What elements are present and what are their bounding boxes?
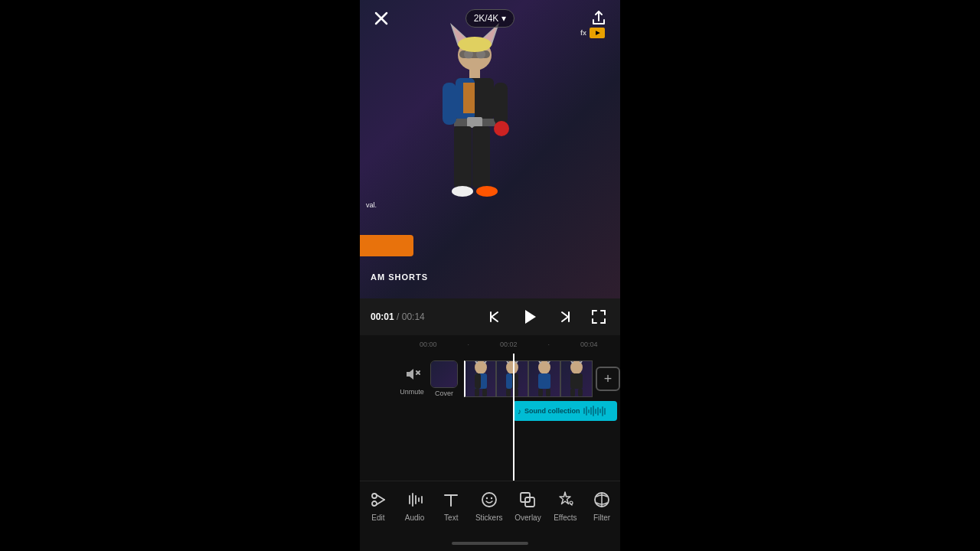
- svg-rect-14: [467, 117, 482, 128]
- sound-strip-label: Sound collection: [524, 407, 580, 415]
- clip-3-bg: [529, 361, 560, 396]
- clip-3[interactable]: [528, 360, 560, 397]
- sound-track-row: ♪ Sound collection: [360, 401, 620, 424]
- clip-2-bg: [497, 361, 528, 396]
- svg-point-21: [494, 121, 509, 136]
- clip-2-char: [496, 360, 528, 396]
- audio-icon-svg: [406, 491, 424, 509]
- add-clip-button[interactable]: +: [596, 367, 620, 391]
- cover-icon-wrapper: [430, 360, 458, 388]
- clip-4-char: [560, 360, 593, 396]
- clip-4[interactable]: [560, 360, 593, 397]
- toolbar-stickers-label: Stickers: [475, 514, 503, 522]
- toolbar-filter-button[interactable]: Filter: [585, 487, 619, 523]
- toolbar-edit-button[interactable]: Edit: [361, 487, 395, 523]
- resolution-label: 2K/4K: [474, 13, 499, 24]
- clip-1-char: [465, 360, 497, 396]
- fullscreen-icon: [591, 309, 606, 324]
- clip-1[interactable]: [464, 360, 496, 397]
- toolbar-text-label: Text: [444, 514, 458, 522]
- svg-rect-53: [570, 389, 575, 396]
- toolbar-audio-label: Audio: [405, 514, 425, 522]
- toolbar-overlay-button[interactable]: Overlay: [510, 487, 545, 523]
- cover-label: Cover: [435, 390, 453, 397]
- wave-bar: [602, 406, 603, 416]
- wave-bar: [583, 408, 585, 414]
- overlay-icon: [517, 489, 538, 510]
- svg-rect-33: [475, 373, 481, 389]
- orange-bar-text: val.: [366, 201, 377, 209]
- svg-marker-25: [525, 310, 536, 324]
- fullscreen-button[interactable]: [588, 306, 609, 328]
- resolution-button[interactable]: 2K/4K ▾: [466, 9, 515, 28]
- svg-rect-35: [482, 389, 487, 396]
- top-bar: 2K/4K ▾: [360, 0, 620, 37]
- speaker-muted-icon: [403, 366, 420, 383]
- video-track-row: Unmute Cover: [360, 360, 620, 398]
- toolbar-stickers-button[interactable]: Stickers: [471, 487, 508, 523]
- wave-bar: [597, 407, 599, 416]
- character-illustration: [429, 23, 551, 268]
- svg-rect-12: [463, 83, 475, 113]
- stickers-icon: [479, 489, 500, 510]
- toolbar-effects-button[interactable]: Effects: [548, 487, 582, 523]
- svg-point-61: [482, 493, 496, 507]
- export-icon: [590, 10, 607, 27]
- resolution-arrow: ▾: [501, 13, 506, 24]
- toolbar-effects-label: Effects: [554, 514, 577, 522]
- rewind-icon: [487, 309, 502, 324]
- svg-point-8: [458, 37, 492, 52]
- sound-strip[interactable]: ♪ Sound collection: [513, 401, 617, 421]
- toolbar-overlay-label: Overlay: [514, 514, 541, 522]
- svg-line-57: [376, 495, 384, 500]
- time-current: 00:01: [371, 311, 394, 322]
- home-indicator: [360, 536, 620, 551]
- wave-bar: [593, 406, 594, 416]
- svg-line-58: [376, 500, 384, 505]
- time-display: 00:01 / 00:14: [371, 311, 425, 322]
- character-svg: [429, 23, 521, 253]
- rewind-button[interactable]: [484, 306, 505, 328]
- toolbar-filter-label: Filter: [593, 514, 610, 522]
- edit-icon-svg: [369, 491, 387, 509]
- unmute-tool[interactable]: Unmute: [400, 362, 424, 396]
- svg-point-17: [452, 186, 473, 197]
- timeline-left-tools: Unmute Cover: [360, 360, 464, 397]
- wave-bar: [604, 408, 606, 415]
- filter-icon-svg: [593, 491, 611, 509]
- forward-button[interactable]: [554, 306, 576, 328]
- svg-point-66: [570, 501, 573, 504]
- video-preview: fx ▶: [360, 0, 620, 298]
- unmute-icon: [400, 362, 424, 386]
- clip-3-char: [528, 360, 560, 396]
- clip-2[interactable]: [496, 360, 528, 397]
- timeline-playhead: [513, 354, 514, 481]
- clips-container: +: [464, 360, 620, 397]
- toolbar-audio-button[interactable]: Audio: [398, 487, 432, 523]
- stickers-icon-svg: [480, 491, 498, 509]
- cover-tool[interactable]: Cover: [430, 360, 458, 397]
- playback-buttons: [484, 305, 609, 329]
- timeline-ruler: 00:00 · 00:02 · 00:04: [360, 335, 620, 354]
- time-total: 00:14: [402, 311, 425, 322]
- toolbar-edit-label: Edit: [371, 514, 384, 522]
- toolbar-text-button[interactable]: Text: [434, 487, 468, 523]
- play-button[interactable]: [518, 305, 542, 329]
- text-icon: [440, 489, 462, 510]
- svg-rect-15: [454, 126, 472, 187]
- cover-thumbnail: [431, 361, 457, 387]
- export-button[interactable]: [588, 8, 609, 29]
- wave-bar: [586, 406, 587, 416]
- forward-icon: [557, 309, 573, 324]
- ruler-mark-1: 00:02: [500, 341, 518, 348]
- orange-bar: val.: [360, 235, 413, 256]
- close-button[interactable]: [371, 8, 392, 29]
- clip-1-bg: [466, 361, 495, 396]
- svg-rect-47: [538, 389, 543, 396]
- wave-bar: [588, 409, 590, 413]
- app-container: fx ▶: [360, 0, 620, 551]
- svg-rect-54: [578, 389, 583, 396]
- effects-icon-svg: [556, 491, 574, 509]
- audio-icon: [404, 489, 426, 510]
- bottom-toolbar: Edit Audio Text: [360, 481, 620, 536]
